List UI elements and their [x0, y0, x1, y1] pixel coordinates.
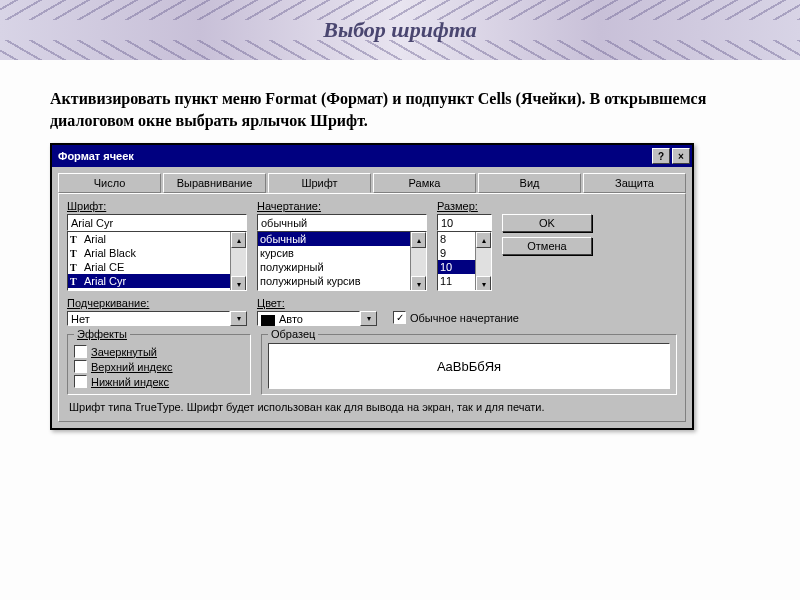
preview-box: AaBbБбЯя: [268, 343, 670, 389]
ok-button[interactable]: OK: [502, 214, 592, 232]
scroll-down-icon[interactable]: ▾: [411, 276, 426, 291]
checkbox-icon: [74, 345, 87, 358]
list-item[interactable]: 11: [438, 274, 476, 288]
scrollbar[interactable]: ▴ ▾: [475, 232, 491, 290]
close-button[interactable]: ×: [672, 148, 690, 164]
tab-panel: Шрифт: TArial TArial Black TArial CE TAr…: [58, 193, 686, 422]
banner: Выбор шрифта: [0, 0, 800, 60]
color-combo[interactable]: Авто ▾: [257, 311, 377, 326]
checkbox-icon: [74, 375, 87, 388]
font-listbox[interactable]: TArial TArial Black TArial CE TArial Cyr…: [67, 231, 247, 291]
checkbox-icon: ✓: [393, 311, 406, 324]
scroll-down-icon[interactable]: ▾: [231, 276, 246, 291]
tab-protection[interactable]: Защита: [583, 173, 686, 193]
size-label: Размер:: [437, 200, 492, 212]
format-cells-dialog: Формат ячеек ? × Число Выравнивание Шриф…: [50, 143, 694, 430]
list-item[interactable]: курсив: [258, 246, 411, 260]
page-title: Выбор шрифта: [323, 17, 477, 43]
effects-group: Эффекты Зачеркнутый Верхний индекс Нижни…: [67, 334, 251, 395]
tab-bar: Число Выравнивание Шрифт Рамка Вид Защит…: [52, 167, 692, 193]
effects-title: Эффекты: [74, 328, 130, 340]
preview-title: Образец: [268, 328, 318, 340]
chevron-down-icon[interactable]: ▾: [360, 311, 377, 326]
list-item[interactable]: 8: [438, 232, 476, 246]
titlebar[interactable]: Формат ячеек ? ×: [52, 145, 692, 167]
font-input[interactable]: [67, 214, 247, 231]
scroll-down-icon[interactable]: ▾: [476, 276, 491, 291]
style-listbox[interactable]: обычный курсив полужирный полужирный кур…: [257, 231, 427, 291]
info-text: Шрифт типа TrueType. Шрифт будет использ…: [67, 395, 677, 415]
font-label: Шрифт:: [67, 200, 247, 212]
instructions-text: Активизировать пункт меню Format (Формат…: [0, 60, 800, 143]
style-input[interactable]: [257, 214, 427, 231]
tab-border[interactable]: Рамка: [373, 173, 476, 193]
normal-font-checkbox[interactable]: ✓ Обычное начертание: [393, 311, 519, 324]
chevron-down-icon[interactable]: ▾: [230, 311, 247, 326]
tab-font[interactable]: Шрифт: [268, 173, 371, 193]
window-title: Формат ячеек: [58, 150, 650, 162]
list-item[interactable]: обычный: [258, 232, 411, 246]
list-item: TArial Black: [68, 246, 231, 260]
tab-patterns[interactable]: Вид: [478, 173, 581, 193]
checkbox-icon: [74, 360, 87, 373]
list-item: TArial CE: [68, 260, 231, 274]
style-label: Начертание:: [257, 200, 427, 212]
color-chip: [261, 315, 275, 326]
scroll-up-icon[interactable]: ▴: [411, 232, 426, 248]
list-item: TArial: [68, 232, 231, 246]
list-item: TArial Cyr: [68, 274, 231, 288]
scrollbar[interactable]: ▴ ▾: [230, 232, 246, 290]
color-label: Цвет:: [257, 297, 377, 309]
cancel-button[interactable]: Отмена: [502, 237, 592, 255]
strike-checkbox[interactable]: Зачеркнутый: [74, 345, 244, 358]
superscript-checkbox[interactable]: Верхний индекс: [74, 360, 244, 373]
scrollbar[interactable]: ▴ ▾: [410, 232, 426, 290]
preview-group: Образец AaBbБбЯя: [261, 334, 677, 395]
tab-number[interactable]: Число: [58, 173, 161, 193]
subscript-checkbox[interactable]: Нижний индекс: [74, 375, 244, 388]
tab-alignment[interactable]: Выравнивание: [163, 173, 266, 193]
scroll-up-icon[interactable]: ▴: [231, 232, 246, 248]
list-item[interactable]: полужирный курсив: [258, 274, 411, 288]
size-input[interactable]: [437, 214, 492, 231]
underline-label: Подчеркивание:: [67, 297, 247, 309]
list-item[interactable]: 10: [438, 260, 476, 274]
help-button[interactable]: ?: [652, 148, 670, 164]
list-item[interactable]: полужирный: [258, 260, 411, 274]
truetype-icon: T: [70, 276, 82, 287]
truetype-icon: T: [70, 262, 82, 273]
truetype-icon: T: [70, 248, 82, 259]
underline-combo[interactable]: Нет ▾: [67, 311, 247, 326]
truetype-icon: T: [70, 234, 82, 245]
list-item[interactable]: 9: [438, 246, 476, 260]
scroll-up-icon[interactable]: ▴: [476, 232, 491, 248]
size-listbox[interactable]: 8 9 10 11 ▴ ▾: [437, 231, 492, 291]
